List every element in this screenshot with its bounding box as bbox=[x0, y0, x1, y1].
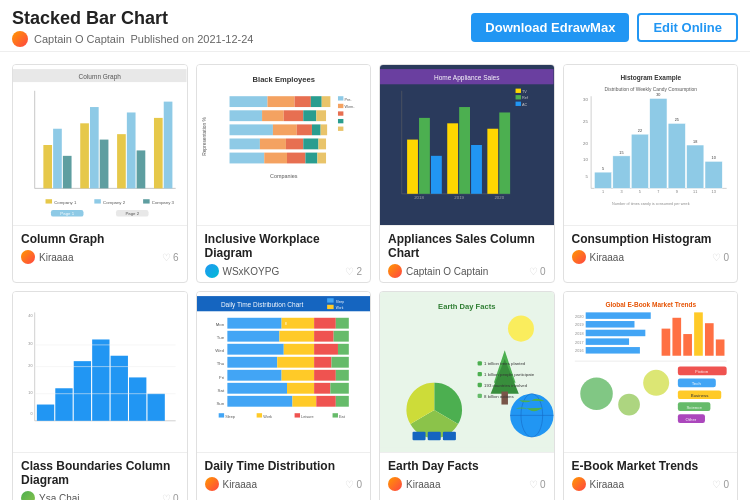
svg-rect-19 bbox=[143, 199, 150, 203]
svg-rect-202 bbox=[585, 312, 650, 319]
author-name-8: Kiraaaa bbox=[590, 479, 624, 490]
svg-rect-72 bbox=[419, 118, 430, 194]
svg-text:22: 22 bbox=[637, 129, 641, 133]
card-ebook-market[interactable]: Global E-Book Market Trends bbox=[563, 291, 739, 500]
svg-rect-204 bbox=[585, 330, 645, 337]
svg-rect-53 bbox=[337, 96, 342, 100]
card-author-5: Ysa Chai bbox=[21, 491, 80, 500]
svg-rect-13 bbox=[154, 118, 163, 188]
download-button[interactable]: Download EdrawMax bbox=[471, 13, 629, 42]
svg-rect-27 bbox=[229, 96, 267, 107]
likes-count-1: 6 bbox=[173, 252, 179, 263]
svg-rect-148 bbox=[227, 344, 283, 355]
svg-rect-59 bbox=[337, 127, 342, 131]
card-inclusive-workplace[interactable]: Black Employees Representation % bbox=[196, 64, 372, 283]
author-avatar-4 bbox=[572, 250, 586, 264]
svg-rect-28 bbox=[267, 96, 294, 107]
card-likes-2: ♡ 2 bbox=[345, 266, 362, 277]
card-author-6: Kiraaaa bbox=[205, 477, 257, 491]
publish-date: Published on 2021-12-24 bbox=[131, 33, 254, 45]
svg-text:2017: 2017 bbox=[575, 341, 583, 345]
svg-rect-144 bbox=[279, 331, 314, 342]
svg-text:Earth Day Facts: Earth Day Facts bbox=[438, 302, 495, 311]
svg-text:193 countries involved: 193 countries involved bbox=[484, 383, 528, 388]
card-title-3: Appliances Sales Column Chart bbox=[388, 232, 546, 260]
svg-rect-211 bbox=[704, 323, 713, 356]
card-consumption-histogram[interactable]: Histogram Example Distribution of Weekly… bbox=[563, 64, 739, 283]
author-avatar-1 bbox=[21, 250, 35, 264]
svg-rect-187 bbox=[478, 361, 482, 365]
svg-rect-37 bbox=[229, 124, 272, 135]
svg-text:Tech: Tech bbox=[691, 381, 701, 386]
svg-rect-63 bbox=[516, 89, 521, 93]
svg-rect-118 bbox=[92, 339, 109, 420]
svg-text:8: 8 bbox=[284, 322, 286, 326]
svg-rect-35 bbox=[303, 110, 316, 121]
svg-text:20: 20 bbox=[583, 141, 588, 146]
author-name-6: Kiraaaa bbox=[223, 479, 257, 490]
card-likes-7: ♡ 0 bbox=[529, 479, 546, 490]
svg-rect-163 bbox=[227, 383, 287, 394]
author-name-4: Kiraaaa bbox=[590, 252, 624, 263]
svg-rect-12 bbox=[137, 150, 146, 188]
svg-text:Page 1: Page 1 bbox=[60, 211, 74, 216]
svg-rect-176 bbox=[294, 413, 299, 417]
card-appliances-sales[interactable]: Home Appliance Sales TV Ref AC bbox=[379, 64, 555, 283]
svg-rect-14 bbox=[164, 102, 173, 189]
svg-text:Work: Work bbox=[263, 415, 272, 419]
svg-rect-93 bbox=[631, 134, 648, 188]
svg-rect-74 bbox=[447, 123, 458, 193]
svg-rect-9 bbox=[100, 140, 109, 189]
svg-rect-44 bbox=[285, 138, 302, 149]
svg-rect-120 bbox=[129, 377, 146, 420]
svg-rect-170 bbox=[316, 396, 336, 407]
card-info-3: Appliances Sales Column Chart Captain O … bbox=[380, 225, 554, 282]
card-column-graph[interactable]: Column Graph bbox=[12, 64, 188, 283]
svg-rect-166 bbox=[330, 383, 348, 394]
svg-text:25: 25 bbox=[583, 119, 588, 124]
header-actions: Download EdrawMax Edit Online bbox=[471, 13, 738, 42]
svg-text:25: 25 bbox=[674, 118, 678, 122]
heart-icon-2: ♡ bbox=[345, 266, 354, 277]
svg-rect-154 bbox=[277, 357, 314, 368]
svg-rect-55 bbox=[337, 104, 342, 108]
card-class-boundaries[interactable]: 40 30 20 10 0 Class Boundaries Column Di… bbox=[12, 291, 188, 500]
svg-rect-145 bbox=[314, 331, 334, 342]
svg-text:Pre-: Pre- bbox=[344, 98, 352, 102]
heart-icon-3: ♡ bbox=[529, 266, 538, 277]
svg-text:9: 9 bbox=[675, 190, 677, 194]
card-daily-time[interactable]: Daily Time Distribution Chart Sleep Work… bbox=[196, 291, 372, 500]
svg-text:1: 1 bbox=[601, 190, 603, 194]
author-name-2: WSxKOYPG bbox=[223, 266, 280, 277]
svg-rect-96 bbox=[686, 145, 703, 188]
card-earth-day[interactable]: Earth Day Facts 1 trillion trees planted… bbox=[379, 291, 555, 500]
svg-rect-195 bbox=[413, 432, 426, 441]
svg-rect-29 bbox=[294, 96, 310, 107]
card-likes-1: ♡ 6 bbox=[162, 252, 179, 263]
svg-text:5: 5 bbox=[585, 174, 588, 179]
svg-rect-172 bbox=[218, 413, 223, 417]
svg-text:Work: Work bbox=[335, 306, 343, 310]
svg-rect-171 bbox=[335, 396, 348, 407]
svg-rect-17 bbox=[94, 199, 101, 203]
card-footer-4: Kiraaaa ♡ 0 bbox=[572, 250, 730, 264]
svg-rect-178 bbox=[332, 413, 337, 417]
svg-rect-50 bbox=[305, 153, 317, 164]
edit-button[interactable]: Edit Online bbox=[637, 13, 738, 42]
svg-text:10: 10 bbox=[711, 156, 715, 160]
card-thumb-8: Global E-Book Market Trends bbox=[564, 292, 738, 452]
svg-rect-191 bbox=[478, 383, 482, 387]
svg-text:Number of times candy is consu: Number of times candy is consumed per we… bbox=[611, 202, 689, 206]
svg-rect-91 bbox=[594, 172, 611, 188]
card-footer-6: Kiraaaa ♡ 0 bbox=[205, 477, 363, 491]
svg-text:Companies: Companies bbox=[270, 173, 298, 179]
svg-text:3: 3 bbox=[620, 190, 622, 194]
svg-rect-51 bbox=[317, 153, 326, 164]
svg-rect-5 bbox=[53, 129, 62, 189]
svg-text:30: 30 bbox=[28, 342, 32, 346]
svg-text:Other: Other bbox=[685, 417, 696, 422]
svg-text:2019: 2019 bbox=[454, 195, 464, 200]
card-footer-2: WSxKOYPG ♡ 2 bbox=[205, 264, 363, 278]
svg-text:Column Graph: Column Graph bbox=[79, 73, 122, 81]
card-title-6: Daily Time Distribution bbox=[205, 459, 363, 473]
